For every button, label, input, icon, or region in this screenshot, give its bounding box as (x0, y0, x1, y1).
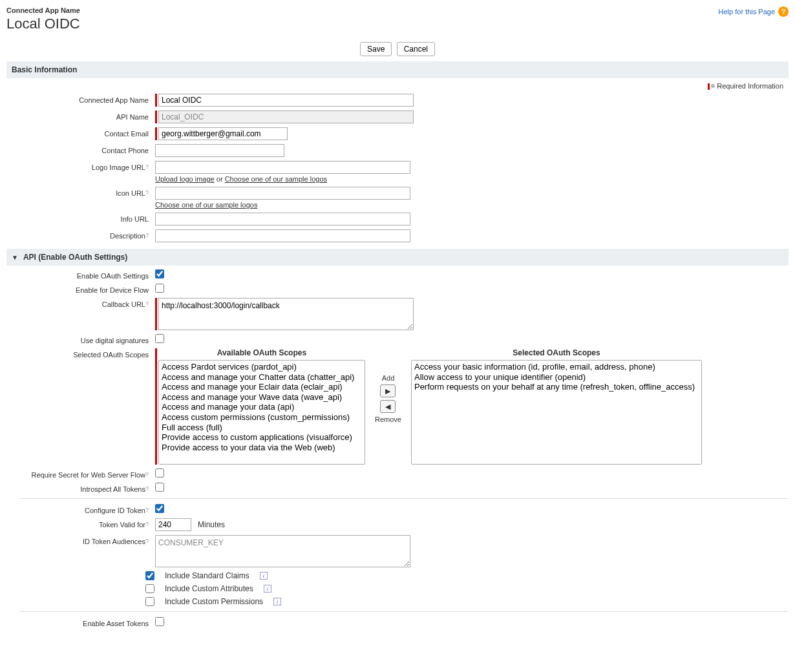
scope-option[interactable]: Access and manage your Chatter data (cha… (162, 372, 362, 383)
info-icon[interactable]: i (273, 598, 281, 605)
remove-scope-button[interactable]: ◀ (380, 400, 396, 413)
scope-option[interactable]: Access and manage your data (api) (162, 402, 362, 412)
save-button[interactable]: Save (360, 42, 392, 56)
help-icon-small[interactable]: ? (145, 232, 149, 238)
required-info-legend: = Required Information (6, 78, 789, 94)
label-contact-phone: Contact Phone (6, 144, 155, 154)
label-introspect: Introspect All Tokens? (6, 483, 155, 493)
label-icon-url: Icon URL? (6, 187, 155, 197)
logo-url-input[interactable] (155, 161, 410, 174)
page-superlabel: Connected App Name (6, 6, 80, 14)
label-configure-id-token: Configure ID Token? (6, 504, 155, 514)
digital-sig-checkbox[interactable] (155, 334, 164, 343)
minutes-label: Minutes (198, 520, 225, 529)
scope-option[interactable]: Full access (full) (162, 423, 362, 433)
connected-app-name-input[interactable] (158, 94, 414, 107)
icon-url-input[interactable] (155, 187, 410, 200)
help-link[interactable]: Help for this Page (719, 8, 775, 16)
token-valid-input[interactable] (155, 518, 191, 531)
callback-url-textarea[interactable]: http://localhost:3000/login/callback (158, 298, 414, 330)
scope-option[interactable]: Allow access to your unique identifier (… (414, 372, 699, 383)
label-enable-device: Enable for Device Flow (6, 284, 155, 294)
scope-option[interactable]: Access custom permissions (custom_permis… (162, 412, 362, 423)
label-enable-asset: Enable Asset Tokens (6, 617, 155, 627)
available-scopes-title: Available OAuth Scopes (217, 348, 306, 357)
configure-id-token-checkbox[interactable] (155, 504, 164, 513)
upload-logo-link[interactable]: Upload logo image (155, 175, 215, 183)
page-title: Local OIDC (6, 16, 80, 32)
introspect-checkbox[interactable] (155, 483, 164, 492)
label-description: Description? (6, 229, 155, 240)
scope-option[interactable]: Access Pardot services (pardot_api) (162, 362, 362, 372)
help-icon-small[interactable]: ? (145, 485, 149, 492)
api-name-input[interactable] (158, 110, 414, 123)
scope-option[interactable]: Perform requests on your behalf at any t… (414, 382, 699, 392)
contact-email-input[interactable] (158, 127, 288, 140)
label-require-secret: Require Secret for Web Server Flow? (6, 468, 155, 479)
label-logo-url: Logo Image URL? (6, 161, 155, 171)
available-scopes-list[interactable]: Access Pardot services (pardot_api)Acces… (158, 360, 365, 465)
scope-option[interactable]: Access and manage your Eclair data (ecla… (162, 382, 362, 392)
custom-perms-label: Include Custom Permissions (165, 597, 263, 606)
sample-icons-link[interactable]: Choose one of our sample logos (155, 201, 257, 209)
section-basic-info: Basic Information (6, 61, 789, 78)
help-icon[interactable]: ? (778, 6, 789, 17)
custom-attrs-label: Include Custom Attributes (165, 584, 253, 593)
help-icon-small[interactable]: ? (145, 521, 149, 527)
scope-option[interactable]: Access your basic information (id, profi… (414, 362, 699, 372)
info-icon[interactable]: i (264, 585, 271, 593)
help-icon-small[interactable]: ? (145, 163, 149, 170)
label-selected-scopes: Selected OAuth Scopes (6, 348, 155, 359)
std-claims-label: Include Standard Claims (165, 571, 249, 580)
contact-phone-input[interactable] (155, 144, 284, 157)
selected-scopes-title: Selected OAuth Scopes (513, 348, 600, 357)
sample-logos-link[interactable]: Choose one of our sample logos (225, 175, 327, 183)
label-api-name: API Name (6, 110, 155, 121)
std-claims-checkbox[interactable] (145, 571, 154, 580)
add-scope-button[interactable]: ▶ (380, 384, 396, 397)
label-contact-email: Contact Email (6, 127, 155, 138)
enable-asset-checkbox[interactable] (155, 617, 164, 626)
enable-oauth-checkbox[interactable] (155, 269, 164, 278)
label-digital-sig: Use digital signatures (6, 334, 155, 344)
label-connected-app-name: Connected App Name (6, 94, 155, 104)
section-api[interactable]: ▼ API (Enable OAuth Settings) (6, 249, 789, 266)
help-icon-small[interactable]: ? (145, 471, 149, 478)
enable-device-checkbox[interactable] (155, 284, 164, 293)
help-icon-small[interactable]: ? (145, 300, 149, 307)
label-callback-url: Callback URL? (6, 298, 155, 308)
label-id-audiences: ID Token Audiences? (6, 535, 155, 545)
label-token-valid: Token Valid for? (6, 518, 155, 529)
id-audiences-textarea[interactable]: CONSUMER_KEY (155, 535, 410, 567)
info-icon[interactable]: i (260, 572, 268, 580)
require-secret-checkbox[interactable] (155, 468, 164, 478)
selected-scopes-list[interactable]: Access your basic information (id, profi… (411, 360, 702, 465)
custom-attrs-checkbox[interactable] (145, 584, 154, 593)
remove-label: Remove (375, 415, 401, 423)
add-label: Add (382, 374, 395, 382)
caret-down-icon: ▼ (12, 254, 18, 261)
description-input[interactable] (155, 229, 410, 242)
label-enable-oauth: Enable OAuth Settings (6, 269, 155, 280)
scope-option[interactable]: Provide access to your data via the Web … (162, 443, 362, 453)
scope-option[interactable]: Access and manage your Wave data (wave_a… (162, 392, 362, 403)
info-url-input[interactable] (155, 213, 410, 226)
help-icon-small[interactable]: ? (145, 189, 149, 196)
custom-perms-checkbox[interactable] (145, 597, 154, 606)
cancel-button[interactable]: Cancel (397, 42, 435, 56)
label-info-url: Info URL (6, 213, 155, 223)
scope-option[interactable]: Provide access to custom applications (v… (162, 432, 362, 443)
help-icon-small[interactable]: ? (145, 538, 149, 544)
help-icon-small[interactable]: ? (145, 507, 149, 513)
